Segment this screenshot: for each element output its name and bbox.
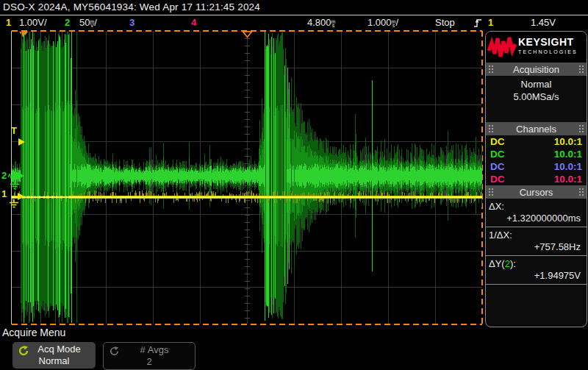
- ch4-probe-ratio: 10.0:1: [554, 174, 582, 185]
- ch2-number[interactable]: 2: [65, 17, 70, 28]
- channel-row: DC 10.0:1: [486, 148, 587, 160]
- grip-dots-icon: [488, 65, 494, 74]
- ch4-number[interactable]: 4: [191, 17, 196, 28]
- acquisition-content: Normal 5.00MSa/s: [486, 76, 587, 122]
- acq-mode-softkey[interactable]: Acq Mode Normal: [12, 342, 96, 369]
- trigger-level-marker-icon[interactable]: [18, 138, 25, 146]
- cursors-content: ΔX: +1.320000000ms 1/ΔX: +757.58Hz ΔY(2)…: [486, 199, 587, 285]
- divider: [486, 284, 587, 285]
- trigger-level-label: T: [11, 125, 17, 136]
- sample-rate-value: 5.00MSa/s: [486, 90, 587, 103]
- info-panel: KEYSIGHT TECHNOLOGIES Acquisition Normal…: [485, 31, 587, 327]
- channel-row: DC 10.0:1: [486, 160, 587, 173]
- dy-value: +1.94975V: [486, 269, 587, 282]
- run-state[interactable]: Stop: [435, 17, 455, 28]
- trigger-level[interactable]: 1.45V: [531, 17, 556, 28]
- acq-mode-value: Normal: [486, 78, 587, 90]
- ch2-probe-ratio: 10.0:1: [554, 149, 582, 160]
- ch1-ground-icon: [9, 199, 19, 208]
- ch2-coupling: DC: [490, 149, 505, 160]
- status-bar: 1 1.00V/ 2 50mV/ 3 4 4.800ms 1.000ms/ St…: [0, 15, 588, 29]
- ch1-reference-label: 1: [1, 188, 7, 199]
- grip-dots-icon: [488, 124, 494, 133]
- ch2-scale[interactable]: 50mV/: [79, 17, 97, 28]
- delay-time[interactable]: 4.800ms: [307, 17, 335, 28]
- grid-border-right: [481, 31, 483, 324]
- ch4-coupling: DC: [490, 174, 505, 185]
- inv-dx-label: 1/ΔX:: [486, 227, 587, 241]
- ch1-probe-ratio: 10.0:1: [554, 136, 582, 147]
- ch1-coupling: DC: [490, 136, 505, 147]
- channel-row: DC 10.0:1: [486, 135, 587, 148]
- ch1-scale[interactable]: 1.00V/: [19, 17, 47, 28]
- acq-mode-label: Acq Mode: [23, 344, 96, 355]
- ch3-probe-ratio: 10.0:1: [554, 161, 582, 172]
- ch2-reference-label: 2: [1, 170, 7, 181]
- ch1-number[interactable]: 1: [6, 17, 11, 28]
- channels-header: Channels: [486, 122, 587, 135]
- ch2-ground-icon: [10, 181, 20, 190]
- grip-dots-icon: [578, 65, 584, 74]
- center-ticks-horizontal: [12, 175, 482, 180]
- channels-content: DC 10.0:1 DC 10.0:1 DC 10.0:1 DC 10.0:1: [486, 135, 587, 185]
- ch3-coupling: DC: [490, 161, 505, 172]
- cursors-header: Cursors: [486, 185, 587, 199]
- acquisition-header-label: Acquisition: [513, 64, 559, 75]
- trigger-source[interactable]: 1: [488, 17, 493, 28]
- dy-label: ΔY(2):: [486, 256, 587, 269]
- grid-border-bottom: [12, 324, 482, 325]
- channel-row: DC 10.0:1: [486, 173, 587, 185]
- grip-dots-icon: [578, 124, 584, 133]
- num-avgs-value: 2: [104, 356, 195, 367]
- num-avgs-label: # Avgs: [114, 344, 195, 355]
- oscilloscope-screen: DSO-X 2024A, MY56041934: Wed Apr 17 11:2…: [0, 0, 588, 370]
- inv-dx-value: +757.58Hz: [486, 241, 587, 254]
- dx-value: +1.320000000ms: [486, 212, 587, 225]
- ch3-number[interactable]: 3: [129, 17, 135, 28]
- title-bar: DSO-X 2024A, MY56041934: Wed Apr 17 11:2…: [3, 1, 260, 13]
- acq-mode-value: Normal: [12, 355, 96, 366]
- grip-dots-icon: [578, 188, 584, 196]
- ch2-signal-icon: [8, 172, 17, 179]
- logo-line2: TECHNOLOGIES: [518, 47, 578, 57]
- keysight-logo-icon: [486, 35, 518, 60]
- dy-source-channel: 2: [505, 258, 510, 269]
- acquisition-header: Acquisition: [486, 63, 587, 76]
- keysight-logo: KEYSIGHT TECHNOLOGIES: [486, 32, 587, 63]
- grip-dots-icon: [488, 188, 494, 196]
- delay-time-marker-icon[interactable]: [19, 32, 28, 38]
- trigger-slope-icon[interactable]: [473, 18, 482, 28]
- dx-label: ΔX:: [486, 199, 587, 212]
- trigger-time-marker-icon[interactable]: [242, 31, 253, 38]
- num-avgs-softkey[interactable]: # Avgs 2: [103, 342, 196, 370]
- menu-title: Acquire Menu: [2, 327, 65, 338]
- ch2-reference-marker-icon[interactable]: [18, 172, 24, 179]
- cursors-header-label: Cursors: [520, 187, 553, 198]
- channels-header-label: Channels: [516, 124, 556, 135]
- timebase[interactable]: 1.000ms/: [368, 17, 398, 28]
- logo-line1: KEYSIGHT: [518, 38, 578, 47]
